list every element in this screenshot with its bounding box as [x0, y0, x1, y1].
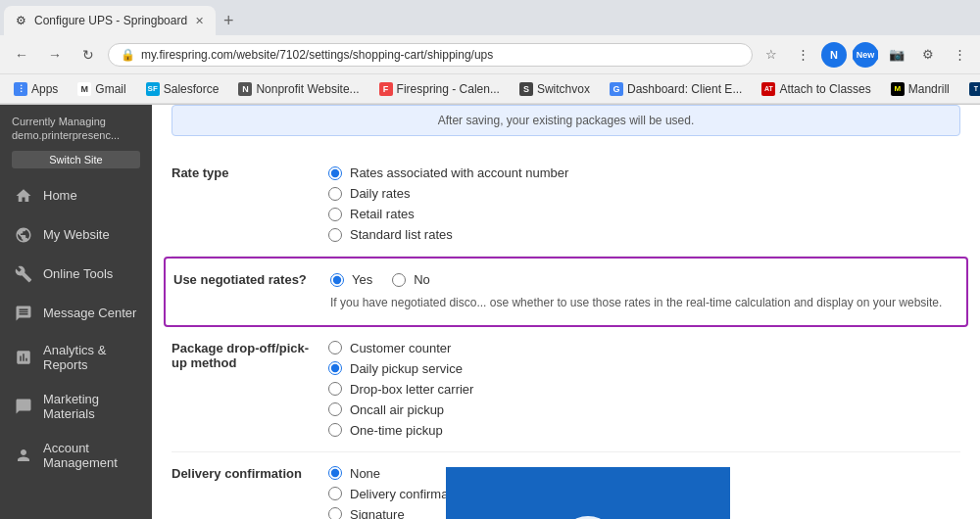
bookmark-mandrill[interactable]: M Mandrill — [885, 80, 956, 98]
negotiated-description: If you have negotiated disco... ose whet… — [330, 295, 958, 311]
sidebar-site-name: demo.printerpresenc... — [12, 128, 140, 142]
bookmark-nonprofit-label: Nonprofit Website... — [256, 82, 359, 96]
negotiated-yes-radio[interactable] — [330, 273, 344, 287]
rate-account-label: Rates associated with account number — [350, 165, 568, 180]
package-method-fields: Customer counter Daily pickup service Dr… — [328, 341, 960, 438]
delivery-signature-radio[interactable] — [328, 507, 342, 519]
package-one-time-option[interactable]: One-time pickup — [328, 423, 960, 438]
notice-box: After saving, your existing packages wil… — [172, 105, 960, 136]
sidebar-item-message-center[interactable]: Message Center — [0, 294, 152, 333]
rate-daily-label: Daily rates — [350, 186, 410, 201]
reload-button[interactable]: ↻ — [74, 41, 102, 69]
account-icon — [14, 446, 33, 465]
bookmark-tasc[interactable]: T TASC Reimbursement — [963, 80, 980, 98]
bookmark-dashboard-label: Dashboard: Client E... — [627, 82, 742, 96]
negotiated-fields: Yes No If you have negotiated disco... o… — [330, 272, 958, 311]
rate-type-label: Rate type — [172, 165, 328, 242]
rate-standard-radio[interactable] — [328, 228, 342, 242]
video-overlay[interactable] — [446, 467, 730, 519]
rate-daily-radio[interactable] — [328, 187, 342, 201]
negotiated-no-option[interactable]: No — [392, 272, 430, 287]
content-inner: After saving, your existing packages wil… — [152, 105, 980, 519]
ssl-lock-icon: 🔒 — [121, 48, 135, 62]
sidebar-item-message-center-label: Message Center — [43, 306, 136, 320]
tab-close-button[interactable]: ✕ — [195, 15, 204, 27]
package-customer-counter-option[interactable]: Customer counter — [328, 341, 960, 355]
url-text: my.firespring.com/website/7102/settings/… — [141, 48, 740, 62]
rate-type-section: Rate type Rates associated with account … — [172, 152, 960, 257]
negotiated-yes-option[interactable]: Yes — [330, 272, 372, 287]
rate-account-radio[interactable] — [328, 166, 342, 180]
back-button[interactable]: ← — [8, 41, 35, 69]
delivery-confirmation-radio[interactable] — [328, 487, 342, 500]
bookmark-attach[interactable]: AT Attach to Classes — [756, 80, 876, 98]
extensions-icon[interactable]: ⋮ — [790, 42, 815, 68]
delivery-confirmation-label: Delivery confirmation — [172, 466, 328, 519]
delivery-none-radio[interactable] — [328, 466, 342, 480]
negotiated-yes-no: Yes No — [330, 272, 958, 287]
package-daily-pickup-radio[interactable] — [328, 361, 342, 375]
screenshot-icon[interactable]: 📷 — [884, 42, 909, 68]
rate-standard-option[interactable]: Standard list rates — [328, 227, 960, 242]
bookmark-salesforce[interactable]: SF Salesforce — [140, 80, 225, 98]
rate-retail-label: Retail rates — [350, 207, 415, 221]
package-dropbox-option[interactable]: Drop-box letter carrier — [328, 382, 960, 397]
package-dropbox-radio[interactable] — [328, 382, 342, 396]
active-tab[interactable]: ⚙ Configure UPS - Springboard ✕ — [4, 6, 216, 35]
sidebar-item-marketing-materials-label: Marketing Materials — [43, 392, 138, 421]
sidebar-item-home[interactable]: Home — [0, 176, 152, 215]
sidebar-managing-label: Currently Managing demo.printerpresenc..… — [0, 105, 152, 147]
notice-text: After saving, your existing packages wil… — [438, 114, 694, 127]
negotiated-no-radio[interactable] — [392, 273, 406, 287]
package-daily-pickup-option[interactable]: Daily pickup service — [328, 361, 960, 376]
rate-retail-option[interactable]: Retail rates — [328, 207, 960, 221]
address-bar[interactable]: 🔒 my.firespring.com/website/7102/setting… — [108, 43, 753, 67]
bookmark-apps[interactable]: ⋮ Apps — [8, 80, 64, 98]
package-method-radio-group: Customer counter Daily pickup service Dr… — [328, 341, 960, 438]
tab-bar: ⚙ Configure UPS - Springboard ✕ + — [0, 0, 980, 35]
mandrill-favicon: M — [891, 82, 905, 96]
menu-icon[interactable]: ⋮ — [947, 42, 972, 68]
forward-button[interactable]: → — [41, 41, 69, 69]
new-feature-icon: New — [853, 42, 878, 68]
bookmark-nonprofit[interactable]: N Nonprofit Website... — [232, 80, 365, 98]
tab-title: Configure UPS - Springboard — [34, 14, 187, 27]
switch-site-button[interactable]: Switch Site — [12, 151, 140, 168]
package-dropbox-label: Drop-box letter carrier — [350, 382, 473, 397]
nav-bar: ← → ↻ 🔒 my.firespring.com/website/7102/s… — [0, 35, 980, 74]
package-customer-counter-radio[interactable] — [328, 341, 342, 354]
package-oncall-label: Oncall air pickup — [350, 402, 444, 417]
rate-retail-radio[interactable] — [328, 208, 342, 221]
negotiated-no-label: No — [414, 272, 430, 287]
profile-icon[interactable]: N — [821, 42, 847, 68]
sidebar-item-analytics-reports[interactable]: Analytics & Reports — [0, 333, 152, 382]
package-one-time-radio[interactable] — [328, 423, 342, 437]
star-icon[interactable]: ☆ — [759, 42, 784, 68]
attach-favicon: AT — [761, 82, 775, 96]
bookmark-switchvox-label: Switchvox — [537, 82, 590, 96]
sidebar-item-my-website[interactable]: My Website — [0, 215, 152, 255]
message-icon — [14, 304, 33, 323]
sidebar-item-marketing-materials[interactable]: Marketing Materials — [0, 382, 152, 431]
rate-account-option[interactable]: Rates associated with account number — [328, 165, 960, 180]
bookmark-gmail-label: Gmail — [95, 82, 125, 96]
negotiated-rates-label: Use negotiated rates? — [173, 272, 330, 311]
sidebar-item-online-tools[interactable]: Online Tools — [0, 255, 152, 294]
package-oncall-radio[interactable] — [328, 402, 342, 416]
package-customer-counter-label: Customer counter — [350, 341, 451, 355]
sidebar-item-home-label: Home — [43, 188, 77, 203]
rate-standard-label: Standard list rates — [350, 227, 453, 242]
bookmark-dashboard[interactable]: G Dashboard: Client E... — [604, 80, 748, 98]
new-tab-button[interactable]: + — [216, 11, 242, 31]
settings-icon[interactable]: ⚙ — [915, 42, 941, 68]
bookmark-firespring[interactable]: F Firespring - Calen... — [373, 80, 506, 98]
bookmark-switchvox[interactable]: S Switchvox — [514, 80, 596, 98]
package-oncall-option[interactable]: Oncall air pickup — [328, 402, 960, 417]
sidebar-item-account-management[interactable]: Account Management — [0, 431, 152, 480]
rate-daily-option[interactable]: Daily rates — [328, 186, 960, 201]
bookmark-gmail[interactable]: M Gmail — [72, 80, 131, 98]
bookmark-apps-label: Apps — [31, 82, 58, 96]
marketing-icon — [14, 397, 33, 416]
sidebar-item-analytics-reports-label: Analytics & Reports — [43, 343, 138, 372]
bookmark-attach-label: Attach to Classes — [779, 82, 870, 96]
